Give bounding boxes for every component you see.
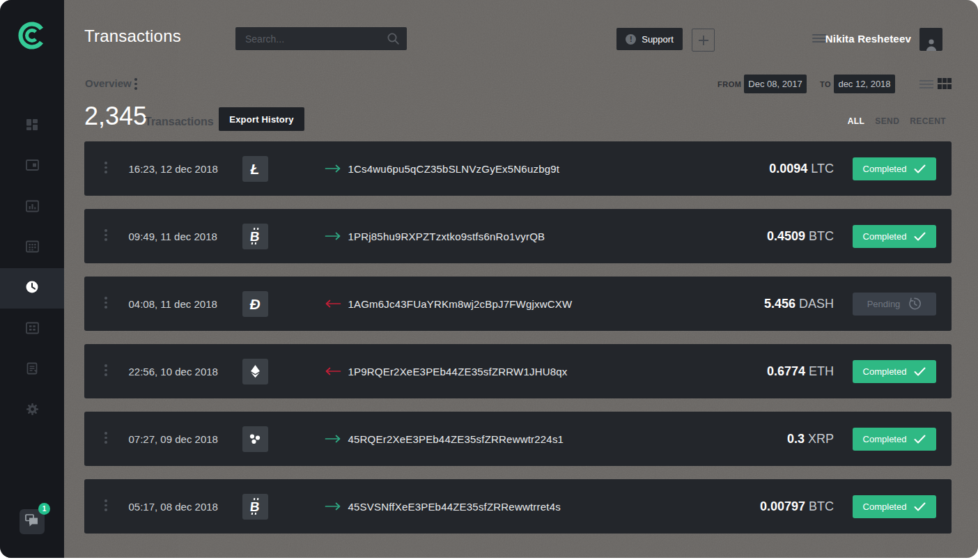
search-icon[interactable] bbox=[387, 32, 400, 48]
chat-notification-badge: 1 bbox=[38, 503, 50, 515]
check-icon bbox=[914, 232, 926, 241]
bitcoin-icon: B bbox=[242, 224, 268, 249]
sidebar-item-history-clock[interactable] bbox=[0, 268, 64, 309]
dashboard-icon bbox=[26, 118, 38, 134]
grid-view-icon[interactable] bbox=[938, 78, 952, 89]
transaction-address: 45SVSNffXeE3PEb44ZE35sfZRRewwtrret4s bbox=[348, 501, 561, 513]
transaction-datetime: 07:27, 09 dec 2018 bbox=[129, 433, 242, 445]
ripple-icon bbox=[242, 426, 268, 452]
transaction-amount: 0.6774ETH bbox=[767, 364, 834, 379]
ethereum-icon bbox=[242, 359, 268, 384]
status-badge-completed[interactable]: Completed bbox=[853, 495, 936, 518]
search-input[interactable] bbox=[235, 27, 378, 50]
row-menu-icon[interactable] bbox=[104, 229, 107, 243]
dash-icon: Ɖ bbox=[242, 291, 268, 317]
row-menu-icon[interactable] bbox=[104, 297, 107, 311]
bitcoin-icon: B bbox=[242, 494, 268, 520]
transaction-amount: 0.3XRP bbox=[787, 432, 834, 446]
from-label: FROM bbox=[717, 80, 741, 88]
calendar-icon bbox=[26, 240, 39, 256]
transaction-datetime: 04:08, 11 dec 2018 bbox=[129, 298, 242, 310]
tab-recent[interactable]: RECENT bbox=[910, 116, 946, 126]
arrow-right-icon bbox=[325, 502, 341, 511]
status-badge-completed[interactable]: Completed bbox=[853, 428, 936, 451]
transaction-row[interactable]: 09:49, 11 dec 2018 B 1PRj85hu9RXPZTzxtko… bbox=[84, 209, 952, 263]
arrow-left-icon bbox=[325, 300, 341, 308]
row-menu-icon[interactable] bbox=[104, 499, 107, 513]
table-icon bbox=[26, 322, 39, 337]
bar-chart-icon bbox=[26, 200, 39, 215]
transaction-row[interactable]: 04:08, 11 dec 2018 Ɖ 1AGm6Jc43FUaYRKm8wj… bbox=[84, 277, 952, 331]
export-history-button[interactable]: Export History bbox=[219, 107, 304, 131]
app-logo-icon[interactable] bbox=[15, 19, 49, 52]
row-menu-icon[interactable] bbox=[104, 364, 107, 378]
transaction-datetime: 05:17, 08 dec 2018 bbox=[129, 501, 242, 513]
sidebar-item-wallet[interactable] bbox=[0, 146, 64, 187]
sidebar-item-bar-chart[interactable] bbox=[0, 187, 64, 228]
overview-label[interactable]: Overview bbox=[85, 77, 132, 89]
transaction-row[interactable]: 22:56, 10 dec 2018 1P9RQEr2XeE3PEb44ZE35… bbox=[84, 344, 952, 398]
documents-icon bbox=[26, 362, 38, 378]
transaction-address: 1P9RQEr2XeE3PEb44ZE35sfZRRW1JHU8qx bbox=[348, 366, 568, 378]
add-button[interactable] bbox=[692, 29, 715, 52]
arrow-right-icon bbox=[325, 164, 341, 173]
sidebar-item-documents[interactable] bbox=[0, 350, 64, 390]
row-menu-icon[interactable] bbox=[104, 162, 107, 176]
transaction-address: 1Cs4wu6pu5qCZ35bSLNVzGyEx5N6uzbg9t bbox=[348, 163, 560, 175]
transaction-address: 45RQEr2XeE3PEb44ZE35sfZRRewwtr224s1 bbox=[348, 433, 564, 445]
support-button[interactable]: ! Support bbox=[616, 28, 683, 50]
transaction-amount: 0.00797BTC bbox=[760, 499, 834, 514]
sidebar-item-dashboard[interactable] bbox=[0, 106, 64, 146]
page-title: Transactions bbox=[84, 26, 181, 46]
transaction-row[interactable]: 07:27, 09 dec 2018 45RQEr2XeE3PEb44ZE35s… bbox=[84, 412, 952, 466]
status-badge-pending[interactable]: Pending bbox=[853, 293, 936, 316]
transaction-row[interactable]: 16:23, 12 dec 2018 Ł 1Cs4wu6pu5qCZ35bSLN… bbox=[84, 141, 952, 196]
to-label: TO bbox=[820, 80, 831, 88]
check-icon bbox=[914, 435, 926, 444]
history-clock-icon bbox=[25, 280, 39, 297]
transaction-datetime: 16:23, 12 dec 2018 bbox=[129, 163, 242, 175]
tab-all[interactable]: ALL bbox=[848, 116, 865, 126]
user-name[interactable]: Nikita Resheteev bbox=[825, 33, 911, 45]
sidebar-nav bbox=[0, 106, 64, 430]
sidebar-item-table[interactable] bbox=[0, 309, 64, 349]
date-from-picker[interactable]: Dec 08, 2017 bbox=[744, 75, 807, 93]
list-view-icon[interactable] bbox=[919, 80, 933, 91]
transaction-address: 1PRj85hu9RXPZTzxtko9stfs6nRo1vyrQB bbox=[348, 231, 545, 242]
filter-tabs: ALLSENDRECENT bbox=[848, 116, 946, 126]
wallet-icon bbox=[26, 159, 39, 174]
avatar[interactable] bbox=[919, 28, 942, 51]
menu-icon[interactable] bbox=[812, 34, 826, 45]
arrow-left-icon bbox=[325, 367, 341, 375]
plus-icon bbox=[698, 35, 709, 46]
status-badge-completed[interactable]: Completed bbox=[853, 157, 936, 180]
info-icon: ! bbox=[626, 34, 636, 45]
overview-menu-icon[interactable] bbox=[134, 78, 137, 92]
main-content: Transactions ! Support Nikita Resheteev bbox=[64, 0, 978, 558]
search-box bbox=[235, 27, 407, 50]
support-label: Support bbox=[642, 34, 674, 45]
check-icon bbox=[914, 164, 926, 173]
transaction-address: 1AGm6Jc43FUaYRKm8wj2cBpJ7FWgjxwCXW bbox=[348, 298, 573, 310]
transaction-datetime: 09:49, 11 dec 2018 bbox=[129, 231, 242, 242]
person-icon bbox=[924, 38, 938, 51]
row-menu-icon[interactable] bbox=[104, 432, 107, 446]
transactions-count: 2,345 bbox=[84, 102, 147, 131]
check-icon bbox=[914, 367, 926, 376]
sidebar-item-settings-gear[interactable] bbox=[0, 390, 64, 430]
transaction-row[interactable]: 05:17, 08 dec 2018 B 45SVSNffXeE3PEb44ZE… bbox=[84, 479, 952, 534]
check-icon bbox=[914, 502, 926, 511]
chat-button[interactable]: 1 bbox=[20, 509, 45, 534]
date-to-picker[interactable]: dec 12, 2018 bbox=[834, 75, 895, 93]
litecoin-icon: Ł bbox=[242, 156, 268, 182]
status-badge-completed[interactable]: Completed bbox=[853, 225, 936, 248]
app-window: 1 Transactions ! Support Nikita Reshetee… bbox=[0, 0, 978, 558]
transaction-amount: 0.0094LTC bbox=[769, 162, 834, 176]
sidebar: 1 bbox=[0, 0, 64, 558]
tab-send[interactable]: SEND bbox=[875, 116, 899, 126]
pending-clock-icon bbox=[908, 297, 922, 311]
arrow-right-icon bbox=[325, 232, 341, 240]
transaction-datetime: 22:56, 10 dec 2018 bbox=[129, 366, 242, 378]
sidebar-item-calendar[interactable] bbox=[0, 228, 64, 268]
status-badge-completed[interactable]: Completed bbox=[853, 360, 936, 383]
